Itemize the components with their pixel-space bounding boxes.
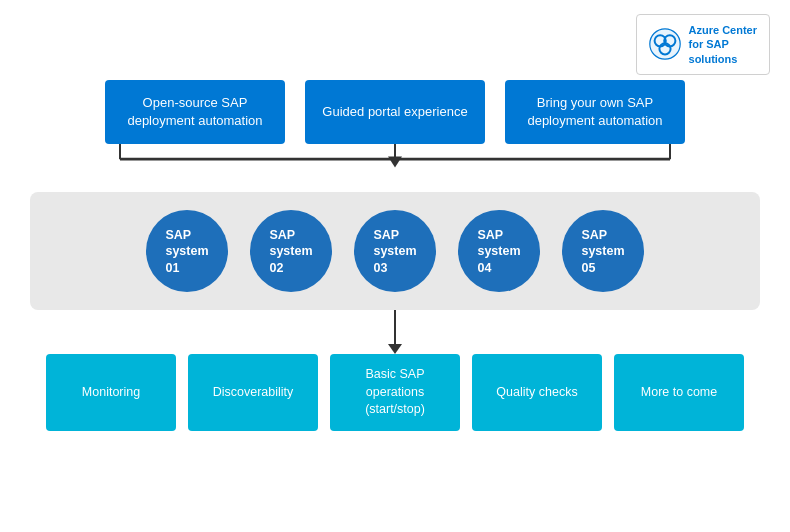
bring-your-own-label: Bring your own SAP deployment automation xyxy=(521,94,669,130)
sap-04-label: SAPsystem04 xyxy=(477,227,520,276)
sap-system-03: SAPsystem03 xyxy=(354,210,436,292)
sap-band: SAPsystem01 SAPsystem02 SAPsystem03 SAPs… xyxy=(30,192,760,310)
azure-sap-icon xyxy=(649,28,681,60)
sap-02-label: SAPsystem02 xyxy=(269,227,312,276)
sap-03-label: SAPsystem03 xyxy=(373,227,416,276)
more-to-come-label: More to come xyxy=(641,384,717,402)
bring-your-own-box: Bring your own SAP deployment automation xyxy=(505,80,685,144)
sap-05-label: SAPsystem05 xyxy=(581,227,624,276)
basic-ops-label: Basic SAP operations (start/stop) xyxy=(340,366,450,419)
discoverability-box: Discoverability xyxy=(188,354,318,431)
guided-portal-box: Guided portal experience xyxy=(305,80,485,144)
sap-system-05: SAPsystem05 xyxy=(562,210,644,292)
azure-logo: Azure Center for SAP solutions xyxy=(636,14,770,75)
bottom-connector-svg xyxy=(30,310,760,354)
quality-checks-box: Quality checks xyxy=(472,354,602,431)
svg-marker-11 xyxy=(388,344,402,354)
sap-system-04: SAPsystem04 xyxy=(458,210,540,292)
top-row: Open-source SAP deployment automation Gu… xyxy=(30,80,760,144)
more-to-come-box: More to come xyxy=(614,354,744,431)
main-container: Azure Center for SAP solutions Open-sour… xyxy=(0,0,790,532)
monitoring-box: Monitoring xyxy=(46,354,176,431)
bottom-row: Monitoring Discoverability Basic SAP ope… xyxy=(30,354,760,431)
discoverability-label: Discoverability xyxy=(213,384,294,402)
open-source-label: Open-source SAP deployment automation xyxy=(121,94,269,130)
basic-ops-box: Basic SAP operations (start/stop) xyxy=(330,354,460,431)
sap-system-02: SAPsystem02 xyxy=(250,210,332,292)
quality-checks-label: Quality checks xyxy=(496,384,577,402)
azure-logo-text: Azure Center for SAP solutions xyxy=(689,23,757,66)
guided-portal-label: Guided portal experience xyxy=(322,103,467,121)
svg-marker-9 xyxy=(388,157,402,168)
sap-system-01: SAPsystem01 xyxy=(146,210,228,292)
open-source-box: Open-source SAP deployment automation xyxy=(105,80,285,144)
sap-01-label: SAPsystem01 xyxy=(165,227,208,276)
monitoring-label: Monitoring xyxy=(82,384,140,402)
